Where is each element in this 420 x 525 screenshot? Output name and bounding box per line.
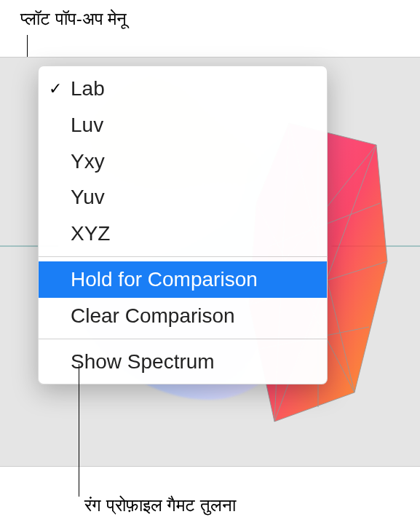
- bottom-callout-line: [79, 364, 79, 497]
- menu-item-hold-comparison[interactable]: Hold for Comparison: [39, 261, 327, 298]
- menu-item-clear-comparison[interactable]: Clear Comparison: [39, 298, 327, 334]
- menu-item-label: Yxy: [71, 148, 314, 175]
- menu-item-luv[interactable]: Luv: [39, 107, 327, 143]
- plot-popup-menu[interactable]: ✓ Lab Luv Yxy Yuv XYZ Hold for Compariso…: [38, 66, 328, 384]
- menu-separator: [39, 256, 327, 257]
- menu-item-label: Hold for Comparison: [71, 266, 314, 293]
- top-callout-label: प्लॉट पॉप-अप मेनू: [20, 9, 127, 29]
- menu-separator: [39, 339, 327, 339]
- menu-item-label: Clear Comparison: [71, 302, 314, 330]
- bottom-callout-label: रंग प्रोफ़ाइल गैमट तुलना: [84, 495, 236, 516]
- menu-item-yxy[interactable]: Yxy: [39, 143, 327, 180]
- menu-item-label: Show Spectrum: [71, 348, 314, 376]
- menu-item-label: XYZ: [71, 220, 314, 248]
- menu-item-label: Yuv: [71, 183, 314, 211]
- menu-item-yuv[interactable]: Yuv: [39, 179, 327, 216]
- menu-item-show-spectrum[interactable]: Show Spectrum: [39, 344, 327, 380]
- menu-item-xyz[interactable]: XYZ: [39, 216, 327, 252]
- menu-item-label: Luv: [71, 111, 314, 139]
- menu-item-label: Lab: [71, 75, 314, 103]
- checkmark-icon: ✓: [49, 78, 71, 100]
- menu-item-lab[interactable]: ✓ Lab: [39, 71, 327, 107]
